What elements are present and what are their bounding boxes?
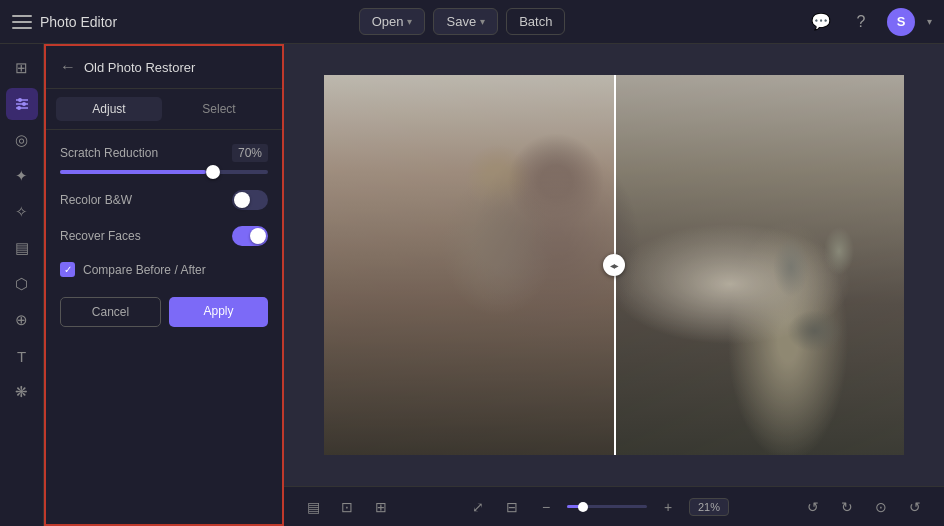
panel-title: Old Photo Restorer (84, 60, 195, 75)
action-buttons: Cancel Apply (60, 297, 268, 327)
flower-area (755, 219, 875, 379)
sidebar-item-grid[interactable]: ⊞ (6, 52, 38, 84)
bottom-right: ↺ ↻ ⊙ ↺ (800, 494, 928, 520)
recover-faces-knob (250, 228, 266, 244)
save-chevron-icon: ▾ (480, 16, 485, 27)
menu-icon[interactable] (12, 15, 32, 29)
scratch-reduction-control: Scratch Reduction 70% (60, 144, 268, 174)
sidebar-item-objects[interactable]: ⬡ (6, 268, 38, 300)
back-button[interactable]: ← (60, 58, 76, 76)
history-icon[interactable]: ⊙ (868, 494, 894, 520)
recover-faces-row: Recover Faces (60, 226, 268, 246)
panel-content: Scratch Reduction 70% Recolor B&W Recove… (46, 130, 282, 341)
batch-button[interactable]: Batch (506, 8, 565, 35)
grid-icon[interactable]: ⊞ (368, 494, 394, 520)
sidebar-item-magic[interactable]: ✧ (6, 196, 38, 228)
main-area: ⊞ ◎ ✦ ✧ ▤ ⬡ ⊕ T ❋ ← Old Photo Restorer (0, 44, 944, 526)
sidebar-item-layers[interactable]: ▤ (6, 232, 38, 264)
apply-button[interactable]: Apply (169, 297, 268, 327)
layer-icon[interactable]: ▤ (300, 494, 326, 520)
chat-icon[interactable]: 💬 (807, 8, 835, 36)
colorized-overlay (324, 75, 614, 455)
recolor-bw-knob (234, 192, 250, 208)
topbar-left: Photo Editor (12, 14, 117, 30)
canvas-area: ▤ ⊡ ⊞ ⤢ ⊟ − + 21% ↺ ↻ ⊙ ↺ (284, 44, 944, 526)
sidebar-item-export[interactable]: ⊕ (6, 304, 38, 336)
redo-icon[interactable]: ↻ (834, 494, 860, 520)
recolor-bw-toggle[interactable] (232, 190, 268, 210)
expand-icon[interactable]: ⊟ (499, 494, 525, 520)
zoom-display: 21% (689, 498, 729, 516)
scratch-reduction-label-row: Scratch Reduction 70% (60, 144, 268, 162)
recover-faces-label: Recover Faces (60, 229, 141, 243)
compare-label: Compare Before / After (83, 263, 206, 277)
sidebar-icons: ⊞ ◎ ✦ ✧ ▤ ⬡ ⊕ T ❋ (0, 44, 44, 526)
sidebar-item-text[interactable]: T (6, 340, 38, 372)
canvas-content (284, 44, 944, 486)
sidebar-item-brush[interactable]: ✦ (6, 160, 38, 192)
topbar-center: Open ▾ Save ▾ Batch (117, 8, 807, 35)
sidebar-item-effects[interactable]: ❋ (6, 376, 38, 408)
recover-faces-toggle[interactable] (232, 226, 268, 246)
svg-point-3 (22, 102, 26, 106)
crop-icon[interactable]: ⊡ (334, 494, 360, 520)
photo-container (324, 75, 904, 455)
compare-row[interactable]: ✓ Compare Before / After (60, 262, 268, 277)
scratch-reduction-fill (60, 170, 206, 174)
zoom-slider-thumb[interactable] (578, 502, 588, 512)
topbar-right: 💬 ? S ▾ (807, 8, 932, 36)
tab-adjust[interactable]: Adjust (56, 97, 162, 121)
open-button[interactable]: Open ▾ (359, 8, 426, 35)
svg-point-1 (18, 98, 22, 102)
app-title: Photo Editor (40, 14, 117, 30)
recolor-bw-row: Recolor B&W (60, 190, 268, 210)
sidebar-item-eye[interactable]: ◎ (6, 124, 38, 156)
save-button[interactable]: Save ▾ (433, 8, 498, 35)
bottom-left: ▤ ⊡ ⊞ (300, 494, 394, 520)
zoom-in-icon[interactable]: + (655, 494, 681, 520)
cancel-button[interactable]: Cancel (60, 297, 161, 327)
recolor-bw-label: Recolor B&W (60, 193, 132, 207)
sidebar-item-sliders[interactable] (6, 88, 38, 120)
help-icon[interactable]: ? (847, 8, 875, 36)
undo-icon[interactable]: ↺ (800, 494, 826, 520)
scratch-reduction-value: 70% (232, 144, 268, 162)
bottombar: ▤ ⊡ ⊞ ⤢ ⊟ − + 21% ↺ ↻ ⊙ ↺ (284, 486, 944, 526)
panel-header: ← Old Photo Restorer (46, 46, 282, 89)
tab-select[interactable]: Select (166, 97, 272, 121)
zoom-out-icon[interactable]: − (533, 494, 559, 520)
avatar[interactable]: S (887, 8, 915, 36)
compare-checkbox[interactable]: ✓ (60, 262, 75, 277)
fit-icon[interactable]: ⤢ (465, 494, 491, 520)
bottom-center: ⤢ ⊟ − + 21% (465, 494, 729, 520)
scratch-reduction-thumb[interactable] (206, 165, 220, 179)
svg-point-5 (17, 106, 21, 110)
panel: ← Old Photo Restorer Adjust Select Scrat… (44, 44, 284, 526)
panel-tabs: Adjust Select (46, 89, 282, 130)
compare-handle[interactable] (603, 254, 625, 276)
reset-icon[interactable]: ↺ (902, 494, 928, 520)
topbar: Photo Editor Open ▾ Save ▾ Batch 💬 ? S ▾ (0, 0, 944, 44)
avatar-chevron-icon[interactable]: ▾ (927, 16, 932, 27)
open-chevron-icon: ▾ (407, 16, 412, 27)
scratch-reduction-slider[interactable] (60, 170, 268, 174)
zoom-slider[interactable] (567, 505, 647, 508)
scratch-reduction-label: Scratch Reduction (60, 146, 158, 160)
